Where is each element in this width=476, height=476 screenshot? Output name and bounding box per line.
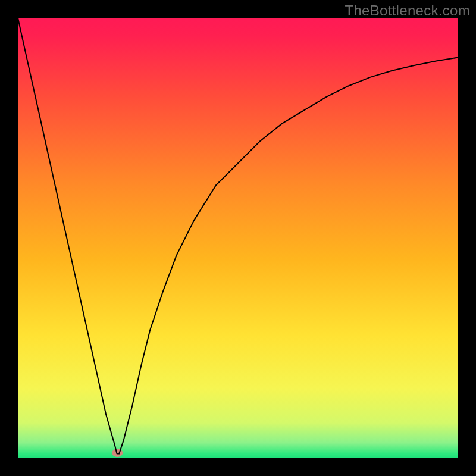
chart-container: TheBottleneck.com (0, 0, 476, 476)
bottleneck-marker (112, 449, 123, 457)
watermark-label: TheBottleneck.com (345, 2, 470, 19)
bottleneck-chart (0, 0, 476, 476)
gradient-background (18, 18, 458, 458)
